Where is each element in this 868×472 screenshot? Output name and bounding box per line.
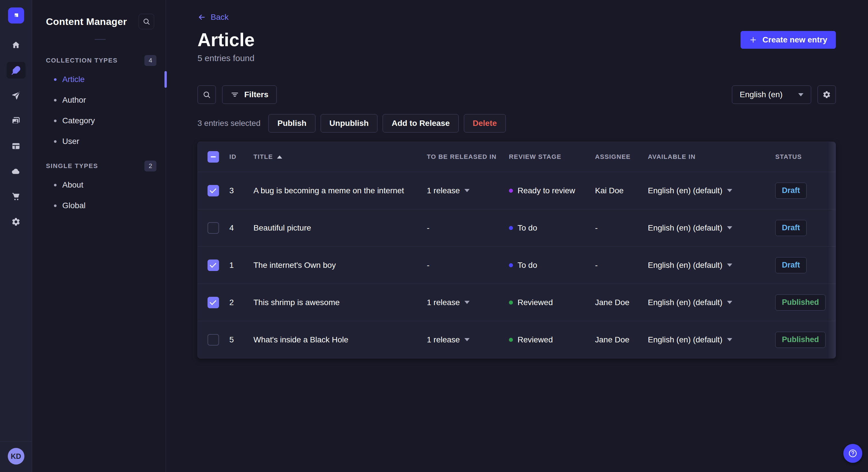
create-new-entry-button[interactable]: Create new entry — [741, 31, 836, 49]
row-locale-dropdown[interactable]: English (en) (default) — [648, 298, 775, 307]
row-assignee: Kai Doe — [595, 186, 648, 195]
select-all-checkbox[interactable] — [208, 151, 219, 163]
bullet-icon — [54, 99, 57, 102]
collection-types-count-badge: 4 — [144, 55, 156, 66]
row-locale-dropdown[interactable]: English (en) (default) — [648, 335, 775, 344]
back-link[interactable]: Back — [197, 12, 228, 22]
row-id: 4 — [229, 224, 253, 233]
locale-label: English (en) (default) — [648, 298, 722, 307]
row-checkbox[interactable] — [208, 334, 219, 345]
release-chevron-icon — [464, 189, 470, 192]
sidebar-item-article[interactable]: Article — [46, 69, 156, 90]
sidebar-item-user[interactable]: User — [46, 131, 156, 152]
user-avatar[interactable]: KD — [8, 448, 24, 465]
content-type-builder-icon[interactable] — [7, 138, 26, 154]
table-row[interactable]: 3 A bug is becoming a meme on the intern… — [198, 172, 836, 209]
view-settings-button[interactable] — [817, 86, 836, 104]
release-chevron-icon — [464, 301, 470, 304]
column-id[interactable]: ID — [229, 153, 253, 161]
row-title: This shrimp is awesome — [253, 298, 427, 307]
single-types-label: SINGLE TYPES — [46, 162, 98, 170]
sidebar-item-category[interactable]: Category — [46, 110, 156, 131]
row-release-dropdown[interactable]: 1 release — [427, 186, 509, 195]
active-item-indicator — [164, 71, 167, 88]
sidebar-item-author[interactable]: Author — [46, 90, 156, 110]
add-to-release-button[interactable]: Add to Release — [383, 114, 458, 133]
status-badge: Draft — [775, 257, 807, 273]
sidebar-item-global[interactable]: Global — [46, 195, 156, 216]
row-review-stage: Ready to review — [509, 186, 595, 195]
column-status[interactable]: STATUS — [775, 153, 826, 161]
marketplace-icon[interactable] — [7, 188, 26, 205]
help-button[interactable] — [843, 444, 862, 463]
search-button[interactable] — [197, 86, 216, 104]
row-title: Beautiful picture — [253, 224, 427, 233]
locale-label: English (en) (default) — [648, 186, 722, 195]
sidebar-item-label: About — [62, 180, 83, 190]
bulk-actions-bar: 3 entries selected Publish Unpublish Add… — [197, 114, 836, 133]
table-row[interactable]: 2 This shrimp is awesome 1 release Revie… — [198, 283, 836, 321]
locale-label: English (en) (default) — [648, 335, 722, 344]
row-review-stage: To do — [509, 261, 595, 270]
delete-button[interactable]: Delete — [464, 114, 506, 133]
row-locale-dropdown[interactable]: English (en) (default) — [648, 261, 775, 270]
locale-chevron-icon — [727, 226, 732, 229]
row-assignee: - — [595, 224, 648, 233]
column-title[interactable]: TITLE — [253, 153, 427, 161]
row-checkbox[interactable] — [208, 297, 219, 308]
media-library-icon[interactable] — [7, 112, 26, 129]
locale-select[interactable]: English (en) — [732, 86, 811, 104]
release-count-label: - — [427, 224, 429, 233]
chevron-down-icon — [798, 93, 803, 96]
content-manager-icon[interactable] — [7, 62, 26, 78]
column-assignee[interactable]: ASSIGNEE — [595, 153, 648, 161]
single-types-section: SINGLE TYPES 2 About Global — [32, 159, 166, 216]
row-title: The internet's Own boy — [253, 261, 427, 270]
selection-count-text: 3 entries selected — [197, 119, 260, 128]
main-nav-rail: KD — [0, 0, 32, 472]
table-row[interactable]: 1 The internet's Own boy - To do - Engli… — [198, 246, 836, 283]
subnav-search-button[interactable] — [138, 14, 154, 29]
row-release-dropdown[interactable]: 1 release — [427, 298, 509, 307]
arrow-left-icon — [197, 13, 206, 22]
review-stage-dot — [509, 226, 513, 230]
cloud-icon[interactable] — [7, 163, 26, 179]
publish-button[interactable]: Publish — [268, 114, 315, 133]
row-release-dropdown[interactable]: - — [427, 261, 509, 270]
row-locale-dropdown[interactable]: English (en) (default) — [648, 224, 775, 233]
table-row[interactable]: 4 Beautiful picture - To do - English (e… — [198, 209, 836, 246]
row-release-dropdown[interactable]: 1 release — [427, 335, 509, 344]
locale-chevron-icon — [727, 338, 732, 341]
entries-table: ID TITLE TO BE RELEASED IN REVIEW STAGE … — [197, 142, 836, 359]
row-checkbox[interactable] — [208, 222, 219, 234]
filters-button[interactable]: Filters — [222, 86, 277, 104]
search-icon — [143, 18, 150, 26]
review-stage-label: To do — [518, 224, 537, 233]
bullet-icon — [54, 140, 57, 143]
single-types-count-badge: 2 — [144, 161, 156, 171]
home-icon[interactable] — [7, 37, 26, 53]
row-locale-dropdown[interactable]: English (en) (default) — [648, 186, 775, 195]
entries-count-subtitle: 5 entries found — [197, 53, 836, 63]
column-to-be-released-in[interactable]: TO BE RELEASED IN — [427, 153, 509, 161]
main-content: Back Article Create new entry 5 entries … — [166, 0, 868, 472]
table-row[interactable]: 5 What's inside a Black Hole 1 release R… — [198, 321, 836, 358]
row-review-stage: To do — [509, 224, 595, 233]
row-checkbox[interactable] — [208, 185, 219, 196]
unpublish-button[interactable]: Unpublish — [321, 114, 378, 133]
row-id: 3 — [229, 186, 253, 195]
row-review-stage: Reviewed — [509, 335, 595, 344]
column-available-in[interactable]: AVAILABLE IN — [648, 153, 775, 161]
row-checkbox[interactable] — [208, 260, 219, 271]
row-release-dropdown[interactable]: - — [427, 224, 509, 233]
bullet-icon — [54, 120, 57, 122]
releases-icon[interactable] — [7, 87, 26, 104]
column-review-stage[interactable]: REVIEW STAGE — [509, 153, 595, 161]
sidebar-item-about[interactable]: About — [46, 175, 156, 195]
sort-asc-icon — [277, 156, 282, 159]
strapi-logo-icon — [11, 11, 21, 20]
strapi-logo[interactable] — [8, 7, 24, 24]
settings-icon[interactable] — [7, 213, 26, 230]
status-badge: Published — [775, 295, 826, 310]
locale-chevron-icon — [727, 189, 732, 192]
